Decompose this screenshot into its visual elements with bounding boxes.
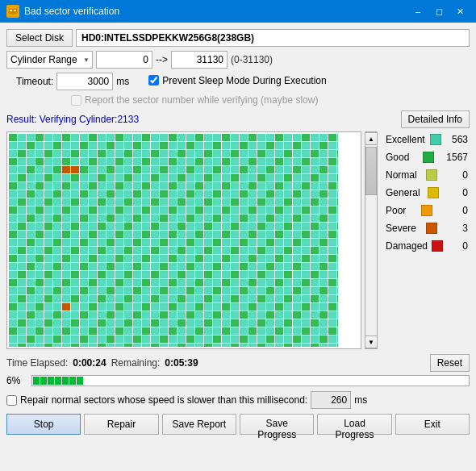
legend-label: General xyxy=(386,187,420,198)
progress-segment xyxy=(55,377,61,385)
exit-button[interactable]: Exit xyxy=(395,414,470,435)
svg-rect-0 xyxy=(8,8,18,15)
progress-bar xyxy=(31,375,470,386)
report-sector-label: Report the sector number while verifying… xyxy=(85,94,318,106)
legend-color-box xyxy=(421,205,432,216)
timeout-ms-label: ms xyxy=(116,76,129,87)
range-row: Cylinder Range --> (0-31130) xyxy=(6,51,470,69)
stop-button[interactable]: Stop xyxy=(6,414,81,435)
remaining-label: Remaining: xyxy=(111,357,161,369)
time-elapsed-label: Time Elapsed: xyxy=(6,357,68,369)
report-sector-checkbox[interactable] xyxy=(71,95,81,106)
svg-rect-2 xyxy=(14,10,16,11)
main-content: Select Disk HD0:INTELSSDPEKKW256G8(238GB… xyxy=(0,23,476,471)
visualization-area: ▲ ▼ Excellent 563 Good 1567 Normal 0 Gen… xyxy=(6,131,470,349)
legend-count: 0 xyxy=(444,240,468,252)
title-bar: Bad sector verification – ◻ ✕ xyxy=(0,0,476,23)
legend-item: Severe 3 xyxy=(384,220,470,236)
progress-segment xyxy=(33,377,40,385)
save-progress-button[interactable]: Save Progress xyxy=(240,414,314,435)
result-bar: Result: Verifying Cylinder:2133 Detailed… xyxy=(6,110,470,128)
window-controls[interactable]: – ◻ ✕ xyxy=(408,3,470,19)
progress-row: 6% xyxy=(6,375,470,386)
timeout-input[interactable] xyxy=(56,73,113,90)
legend-count: 0 xyxy=(444,205,468,216)
app-icon xyxy=(6,5,19,18)
progress-segment xyxy=(62,377,69,385)
legend-color-box xyxy=(428,187,439,198)
range-start-input[interactable] xyxy=(96,51,152,69)
load-progress-button[interactable]: Load Progress xyxy=(317,414,391,435)
legend-color-box xyxy=(430,134,441,145)
legend-count: 1567 xyxy=(444,152,468,163)
progress-bar-inner xyxy=(33,377,468,385)
select-disk-button[interactable]: Select Disk xyxy=(6,29,73,47)
disk-row: Select Disk HD0:INTELSSDPEKKW256G8(238GB… xyxy=(6,29,470,47)
repair-label[interactable]: Repair normal sectors whose speed is slo… xyxy=(20,394,307,406)
scroll-thumb[interactable] xyxy=(365,147,377,195)
title-bar-left: Bad sector verification xyxy=(6,5,119,18)
legend-count: 0 xyxy=(444,187,468,198)
remaining-value: 0:05:39 xyxy=(165,357,198,369)
save-report-button[interactable]: Save Report xyxy=(162,414,236,435)
sector-grid-container xyxy=(6,131,361,349)
progress-percent: 6% xyxy=(6,375,27,386)
prevent-sleep-row: Prevent Sleep Mode During Execution xyxy=(148,75,326,86)
prevent-sleep-label[interactable]: Prevent Sleep Mode During Execution xyxy=(162,75,326,86)
sector-canvas xyxy=(7,132,338,347)
legend-label: Damaged xyxy=(386,240,428,252)
svg-rect-1 xyxy=(10,10,12,11)
range-end-input[interactable] xyxy=(171,51,228,69)
scroll-up-arrow[interactable]: ▲ xyxy=(365,132,378,145)
legend-item: Normal 0 xyxy=(384,167,470,183)
legend-label: Severe xyxy=(386,223,416,234)
cylinder-range-select-wrapper[interactable]: Cylinder Range xyxy=(6,51,93,69)
legend-color-box xyxy=(426,223,437,234)
report-sector-row: Report the sector number while verifying… xyxy=(71,94,470,106)
cylinder-range-select[interactable]: Cylinder Range xyxy=(6,51,93,69)
timeout-label: Timeout: xyxy=(16,76,53,87)
legend-item: Damaged 0 xyxy=(384,238,470,254)
range-info: (0-31130) xyxy=(231,54,273,65)
legend-label: Excellent xyxy=(386,134,425,145)
reset-button[interactable]: Reset xyxy=(430,354,470,372)
legend-count: 563 xyxy=(444,134,468,145)
legend-count: 0 xyxy=(444,169,468,181)
progress-segment xyxy=(69,377,76,385)
prevent-sleep-checkbox[interactable] xyxy=(148,75,159,85)
range-arrow: --> xyxy=(156,54,168,65)
bottom-buttons: Stop Repair Save Report Save Progress Lo… xyxy=(6,414,470,435)
progress-segment xyxy=(40,377,47,385)
progress-segment xyxy=(48,377,54,385)
legend-area: Excellent 563 Good 1567 Normal 0 General… xyxy=(381,131,470,349)
legend-color-box xyxy=(426,169,437,181)
time-elapsed-value: 0:00:24 xyxy=(73,357,106,369)
timeout-row: Timeout: ms Prevent Sleep Mode During Ex… xyxy=(6,73,470,90)
scroll-down-arrow[interactable]: ▼ xyxy=(365,336,378,348)
repair-ms-label: ms xyxy=(354,394,367,406)
detailed-info-button[interactable]: Detailed Info xyxy=(401,110,470,128)
disk-value: HD0:INTELSSDPEKKW256G8(238GB) xyxy=(76,29,470,47)
legend-color-box xyxy=(423,152,434,163)
legend-item: Excellent 563 xyxy=(384,131,470,148)
legend-item: Poor 0 xyxy=(384,202,470,219)
legend-item: General 0 xyxy=(384,185,470,201)
maximize-button[interactable]: ◻ xyxy=(429,3,449,19)
legend-count: 3 xyxy=(444,223,468,234)
progress-segment xyxy=(77,377,83,385)
close-button[interactable]: ✕ xyxy=(450,3,470,19)
scrollbar[interactable]: ▲ ▼ xyxy=(365,131,378,349)
repair-button[interactable]: Repair xyxy=(84,414,158,435)
minimize-button[interactable]: – xyxy=(408,3,428,19)
time-row: Time Elapsed: 0:00:24 Remaining: 0:05:39… xyxy=(6,354,470,372)
legend-label: Poor xyxy=(386,205,406,216)
legend-label: Good xyxy=(386,152,409,163)
result-text: Result: Verifying Cylinder:2133 xyxy=(6,114,139,125)
repair-ms-input[interactable] xyxy=(311,391,351,409)
legend-color-box xyxy=(432,240,443,252)
legend-label: Normal xyxy=(386,169,417,181)
window-title: Bad sector verification xyxy=(24,6,119,17)
repair-row: Repair normal sectors whose speed is slo… xyxy=(6,391,470,409)
repair-checkbox[interactable] xyxy=(6,395,17,406)
legend-item: Good 1567 xyxy=(384,149,470,165)
